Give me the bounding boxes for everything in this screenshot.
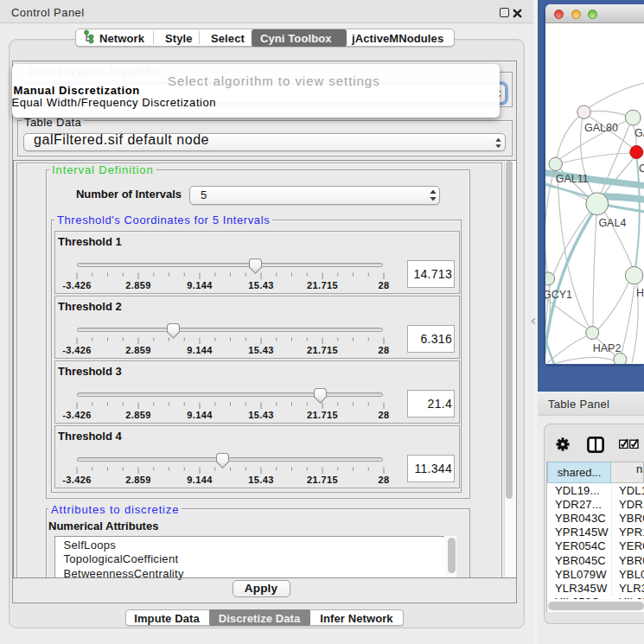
svg-text:GAL4: GAL4	[598, 217, 626, 229]
svg-text:C: C	[639, 163, 644, 175]
svg-text:GAL: GAL	[634, 127, 644, 139]
svg-text:GAL11: GAL11	[556, 173, 589, 185]
svg-text:GAL80: GAL80	[584, 122, 618, 134]
svg-text:HAP2: HAP2	[593, 342, 622, 354]
svg-text:GCY1: GCY1	[545, 289, 572, 301]
svg-text:H: H	[636, 287, 644, 299]
